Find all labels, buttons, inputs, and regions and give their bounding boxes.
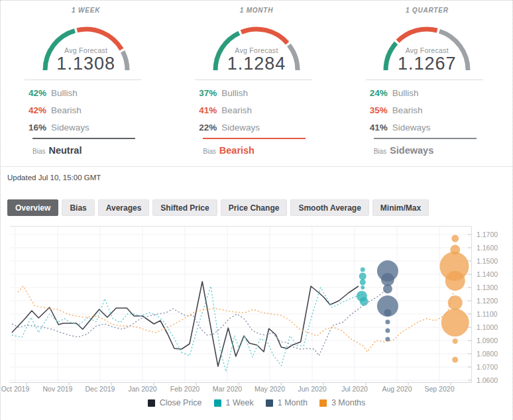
close-price-swatch-icon (148, 399, 155, 407)
legend-item-3-months: 3 Months (319, 398, 365, 407)
bias-row: Bias Neutral (1, 145, 171, 156)
legend-label: 3 Months (331, 398, 365, 407)
divider (25, 79, 142, 80)
bearish-label: Bearish (51, 105, 82, 115)
sideways-percent: 22% (199, 123, 221, 132)
tab-bias[interactable]: Bias (62, 199, 94, 216)
forecast-poll-widget: 1 WEEK Avg Forecast 1.1308 42%Bullish 42… (0, 0, 513, 420)
forecast-bubble-1-week (361, 268, 365, 272)
forecast-bubble-1-month (383, 284, 392, 293)
gauge-period-title: 1 QUARTER (342, 7, 512, 14)
y-tick-label: 1.0700 (477, 363, 498, 371)
bearish-percent: 35% (370, 105, 392, 115)
tab-smooth-average[interactable]: Smooth Average (290, 199, 369, 216)
x-tick-label: Jun 2020 (298, 385, 326, 393)
series-line-1-week (12, 286, 363, 372)
y-tick-label: 1.1500 (477, 257, 498, 265)
tab-minim-max[interactable]: Minim/Max (372, 199, 429, 216)
bias-value: Neutral (48, 145, 82, 156)
sideways-row: 22%Sideways (171, 119, 341, 136)
bias-word: Bias (374, 148, 386, 155)
forecast-bubble-1-month (385, 337, 390, 342)
y-tick-label: 1.1600 (477, 244, 498, 252)
gauge-segment-bearish (398, 29, 437, 41)
gauge-card-1-month: 1 MONTH Avg Forecast 1.1284 37%Bullish 4… (171, 1, 341, 156)
tab-overview[interactable]: Overview (7, 199, 58, 216)
x-tick-label: Aug 2020 (382, 385, 412, 393)
bias-value: Bearish (219, 145, 255, 156)
forecast-bubble-1-week (360, 280, 366, 286)
legend-item-close-price: Close Price (148, 398, 202, 407)
bearish-row: 41%Bearish (171, 101, 341, 119)
forecast-chart: 1.17001.16001.15001.14001.13001.12001.11… (1, 225, 512, 407)
forecast-bubble-3-months (441, 309, 469, 337)
sideways-percent: 41% (370, 123, 392, 132)
avg-forecast-value: 1.1267 (377, 54, 477, 73)
one-week-swatch-icon (214, 399, 221, 407)
bearish-row: 42%Bearish (1, 101, 171, 119)
tab-shifted-price[interactable]: Shifted Price (152, 199, 217, 216)
gauge-figure: Avg Forecast 1.1267 (377, 17, 477, 73)
x-tick-label: Nov 2019 (43, 385, 73, 393)
y-tick-label: 1.1100 (477, 310, 497, 318)
gauge-card-1-quarter: 1 QUARTER Avg Forecast 1.1267 24%Bullish… (342, 1, 512, 156)
bullish-row: 37%Bullish (171, 84, 341, 101)
legend-label: 1 Month (278, 398, 308, 407)
bearish-label: Bearish (392, 105, 423, 115)
avg-forecast-label: Avg Forecast (207, 46, 306, 54)
forecast-bubble-1-week (361, 286, 365, 289)
x-tick-label: May 2020 (255, 385, 285, 393)
legend-item-1-week: 1 Week (214, 398, 254, 407)
x-tick-label: Jan 2020 (128, 385, 156, 393)
y-tick-label: 1.1700 (477, 231, 498, 238)
bias-underline (203, 138, 306, 139)
forecast-bubble-1-week (359, 273, 367, 280)
gauge-period-title: 1 MONTH (171, 7, 341, 14)
x-tick-label: Oct 2019 (1, 385, 30, 393)
y-tick-label: 1.0600 (477, 376, 498, 384)
bias-row: Bias Bearish (171, 145, 341, 156)
gauge-center: Avg Forecast 1.1308 (36, 46, 136, 73)
y-tick-label: 1.1000 (477, 323, 498, 331)
bearish-row: 35%Bearish (342, 101, 512, 119)
sideways-row: 41%Sideways (342, 119, 512, 136)
bearish-percent: 41% (199, 105, 221, 115)
avg-forecast-value: 1.1308 (36, 54, 136, 73)
chart-canvas: 1.17001.16001.15001.14001.13001.12001.11… (1, 225, 513, 395)
legend-label: 1 Week (226, 398, 254, 407)
divider (195, 79, 312, 80)
x-tick-label: Mar 2020 (213, 385, 243, 393)
bullish-label: Bullish (221, 88, 248, 98)
bias-word: Bias (203, 148, 215, 155)
sentiment-rows: 42%Bullish 42%Bearish 16%Sideways (1, 84, 171, 136)
forecast-bubble-3-months (448, 295, 463, 310)
y-tick-label: 1.0900 (477, 337, 498, 344)
bias-value: Sideways (390, 145, 433, 156)
sideways-percent: 16% (28, 123, 51, 132)
bearish-percent: 42% (28, 105, 51, 115)
sideways-label: Sideways (221, 123, 260, 132)
forecast-bubble-1-month (385, 320, 390, 325)
series-line-1-month (12, 289, 388, 356)
three-months-swatch-icon (319, 399, 327, 407)
bullish-percent: 24% (370, 88, 392, 98)
avg-forecast-value: 1.1284 (207, 54, 306, 73)
bias-underline (374, 138, 477, 139)
x-tick-label: Feb 2020 (170, 385, 200, 393)
chart-legend: Close Price 1 Week 1 Month 3 Months (1, 398, 512, 407)
gauge-center: Avg Forecast 1.1284 (207, 46, 306, 73)
gauge-period-title: 1 WEEK (1, 7, 171, 14)
tab-price-change[interactable]: Price Change (221, 199, 288, 216)
y-tick-label: 1.1200 (477, 297, 498, 305)
bullish-row: 24%Bullish (342, 84, 512, 101)
gauge-figure: Avg Forecast 1.1308 (36, 17, 136, 73)
forecast-bubble-1-month (385, 329, 390, 333)
bullish-row: 42%Bullish (1, 84, 171, 101)
y-tick-label: 1.1400 (477, 270, 498, 278)
bias-underline (32, 138, 135, 139)
legend-item-1-month: 1 Month (266, 398, 308, 407)
one-month-swatch-icon (266, 399, 273, 407)
forecast-bubble-1-week (360, 297, 369, 306)
tab-averages[interactable]: Averages (98, 199, 150, 216)
sentiment-rows: 37%Bullish 41%Bearish 22%Sideways (171, 84, 341, 136)
